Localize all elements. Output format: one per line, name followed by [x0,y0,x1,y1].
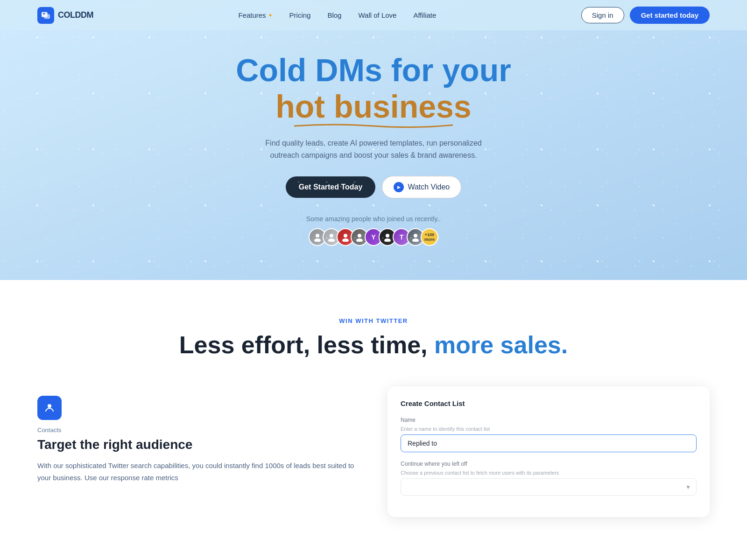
svg-point-3 [316,234,319,238]
contact-card: Create Contact List Name Enter a name to… [388,386,710,517]
section2-heading-part1: Less effort, less time, [179,331,428,358]
section2-heading-highlight: more sales. [428,331,568,358]
watch-video-button[interactable]: ▶ Watch Video [382,176,461,198]
card-select-wrapper: ▼ [401,478,697,496]
svg-point-13 [414,234,417,238]
feature-tag: Contacts [37,427,359,434]
svg-point-7 [344,234,347,238]
section2: WIN WITH TWITTER Less effort, less time,… [0,280,747,545]
nav-links: Features ✦ Pricing Blog Wall of Love Aff… [238,11,436,19]
card-name-field: Name Enter a name to identify this conta… [401,417,697,452]
section2-heading: Less effort, less time, more sales. [37,332,710,358]
card-continue-field: Continue where you left off Choose a pre… [401,461,697,496]
hero-subtitle: Find quality leads, create AI powered te… [261,137,486,161]
svg-point-5 [330,234,333,238]
section2-content: Contacts Target the right audience With … [37,386,710,517]
nav-actions: Sign in Get started today [581,7,710,24]
chevron-down-icon: ▼ [685,484,691,490]
hero-title: Cold DMs for your hot business [236,53,511,125]
nav-affiliate[interactable]: Affiliate [413,11,436,19]
hero-title-line1: Cold DMs for your [236,53,511,88]
card-continue-hint: Choose a previous contact list to fetch … [401,470,697,476]
hero-title-line2: hot business [236,89,511,124]
nav-wall-of-love[interactable]: Wall of Love [358,11,396,19]
hero-section: Cold DMs for your hot business Find qual… [0,0,747,280]
avatar-group: Y T +100more [306,228,441,246]
contacts-icon-box [37,396,62,420]
logo-text: COLDDM [58,10,93,20]
svg-point-4 [314,238,321,242]
social-proof-text: Some amazing people who joined us recent… [306,215,441,223]
sparkle-icon: ✦ [268,12,273,19]
card-name-hint: Enter a name to identify this contact li… [401,426,697,432]
card-continue-label: Continue where you left off [401,461,697,467]
svg-point-9 [358,234,361,238]
logo-icon [37,7,54,24]
svg-point-14 [412,238,419,242]
play-icon: ▶ [394,182,404,192]
card-name-label: Name [401,417,697,423]
hero-buttons: Get Started Today ▶ Watch Video [286,176,461,198]
nav-features[interactable]: Features ✦ [238,11,272,19]
svg-point-6 [328,238,335,242]
svg-point-11 [386,234,389,238]
card-name-input[interactable] [401,434,697,452]
svg-point-8 [342,238,349,242]
feature-title: Target the right audience [37,437,359,452]
section2-label: WIN WITH TWITTER [37,317,710,324]
svg-rect-1 [44,14,50,19]
feature-desc: With our sophisticated Twitter search ca… [37,460,359,483]
get-started-button[interactable]: Get Started Today [286,176,376,198]
svg-point-10 [356,238,363,242]
nav-blog[interactable]: Blog [327,11,341,19]
svg-point-15 [48,404,51,408]
avatar-more: +100more [421,228,438,246]
get-started-nav-button[interactable]: Get started today [630,7,710,24]
card-title: Create Contact List [401,399,697,407]
svg-point-2 [43,13,45,14]
navbar: COLDDM Features ✦ Pricing Blog Wall of L… [0,0,747,30]
feature-left: Contacts Target the right audience With … [37,386,359,483]
logo[interactable]: COLDDM [37,7,93,24]
signin-button[interactable]: Sign in [581,7,624,23]
svg-point-12 [384,238,391,242]
social-proof: Some amazing people who joined us recent… [306,215,441,246]
card-continue-select[interactable] [401,478,697,496]
nav-pricing[interactable]: Pricing [289,11,311,19]
